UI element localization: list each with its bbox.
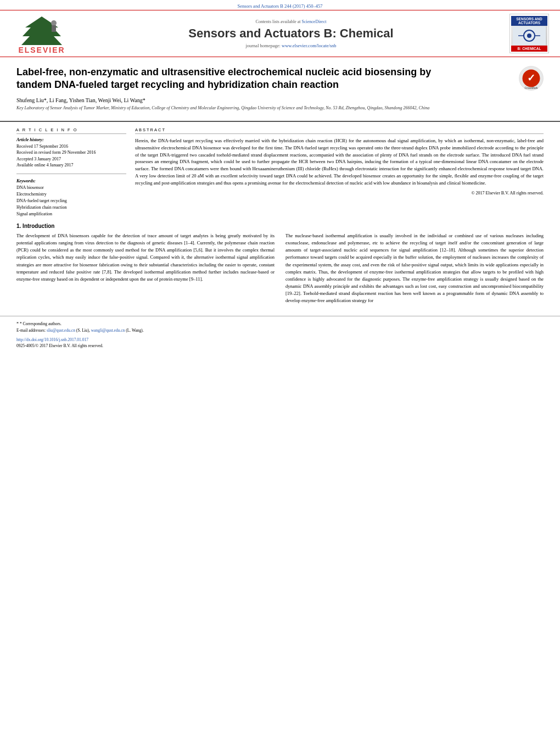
elsevier-logo-area: ELSEVIER: [9, 13, 75, 54]
revised-date: Received in revised form 29 November 201…: [16, 149, 126, 155]
email-liu[interactable]: sliu@qust.edu.cn: [47, 328, 75, 333]
article-title: Label-free, non-enzymatic and ultrasensi…: [16, 66, 467, 92]
sciencedirect-link[interactable]: ScienceDirect: [302, 19, 327, 24]
sensors-logo-bottom: B: CHEMICAL: [511, 46, 547, 52]
intro-two-col: The development of DNA biosensors capabl…: [16, 232, 544, 305]
footer-issn: 0925-4005/© 2017 Elsevier B.V. All right…: [16, 343, 544, 349]
journal-title-area: Contents lists available at ScienceDirec…: [75, 19, 507, 48]
article-header-section: Label-free, non-enzymatic and ultrasensi…: [0, 57, 560, 122]
keyword-5: Signal amplification: [16, 211, 126, 217]
svg-rect-3: [52, 25, 56, 32]
elsevier-tree-image: [14, 13, 69, 46]
footer-emails: E-mail addresses: sliu@qust.edu.cn (S. L…: [16, 327, 544, 333]
journal-header: ELSEVIER Contents lists available at Sci…: [0, 10, 560, 57]
intro-right-text: The nuclease-based isothermal amplificat…: [285, 232, 544, 305]
journal-title: Sensors and Actuators B: Chemical: [80, 26, 502, 41]
citation-text: Sensors and Actuators B 244 (2017) 450–4…: [238, 3, 323, 9]
keyword-4: Hybridization chain reaction: [16, 204, 126, 211]
article-affiliation: Key Laboratory of Sensor Analysis of Tum…: [16, 105, 544, 111]
crossmark-logo: ✓ CrossMark: [519, 66, 544, 91]
history-title: Article history:: [16, 137, 126, 142]
svg-point-6: [527, 34, 531, 38]
sensors-actuators-logo: SENSORS ANDACTUATORS B: CHEMICAL: [509, 14, 549, 53]
footer-doi: http://dx.doi.org/10.1016/j.snb.2017.01.…: [16, 337, 544, 343]
svg-point-2: [51, 20, 57, 26]
abstract-text: Herein, the DNA-fueled target recycling …: [135, 137, 544, 186]
intro-left-col: The development of DNA biosensors capabl…: [16, 232, 275, 305]
contents-label: Contents lists available at ScienceDirec…: [80, 19, 502, 24]
footnote-star-symbol: *: [16, 321, 19, 326]
abstract-label: ABSTRACT: [135, 127, 544, 134]
journal-homepage: journal homepage: www.elsevier.com/locat…: [80, 43, 502, 48]
svg-text:✓: ✓: [527, 72, 535, 83]
sensors-logo-image: [511, 26, 547, 46]
article-info-abstract: A R T I C L E I N F O Article history: R…: [0, 127, 560, 217]
copyright-line: © 2017 Elsevier B.V. All rights reserved…: [135, 191, 544, 196]
article-title-row: Label-free, non-enzymatic and ultrasensi…: [16, 66, 544, 92]
intro-right-col: The nuclease-based isothermal amplificat…: [285, 232, 544, 305]
keywords-block: Keywords: DNA biosensor Electrochemistry…: [16, 178, 126, 217]
email-wang[interactable]: wangli@qust.edu.cn: [91, 328, 125, 333]
footer-star-note: * * Corresponding authors.: [16, 321, 544, 327]
article-history: Article history: Received 17 September 2…: [16, 137, 126, 168]
intro-left-text: The development of DNA biosensors capabl…: [16, 232, 275, 283]
keywords-title: Keywords:: [16, 178, 126, 183]
keyword-2: Electrochemistry: [16, 191, 126, 198]
elsevier-text: ELSEVIER: [18, 46, 65, 54]
available-date: Available online 4 January 2017: [16, 162, 126, 168]
svg-text:CrossMark: CrossMark: [524, 86, 538, 90]
abstract-col: ABSTRACT Herein, the DNA-fueled target r…: [135, 127, 544, 217]
homepage-url[interactable]: www.elsevier.com/locate/snb: [282, 43, 337, 48]
sensors-logo-area: SENSORS ANDACTUATORS B: CHEMICAL: [507, 14, 551, 53]
article-authors: Shufeng Liu*, Li Fang, Yishen Tian, Wenj…: [16, 97, 544, 103]
citation-bar: Sensors and Actuators B 244 (2017) 450–4…: [0, 0, 560, 10]
email-label: E-mail addresses:: [16, 328, 47, 333]
keyword-1: DNA biosensor: [16, 185, 126, 191]
doi-link[interactable]: http://dx.doi.org/10.1016/j.snb.2017.01.…: [16, 337, 88, 342]
elsevier-logo: ELSEVIER: [9, 13, 75, 54]
sensors-logo-top: SENSORS ANDACTUATORS: [511, 16, 547, 26]
article-info-col: A R T I C L E I N F O Article history: R…: [16, 127, 126, 217]
keyword-3: DNA-fueled target recycling: [16, 198, 126, 204]
footer-section: * * Corresponding authors. E-mail addres…: [0, 316, 560, 352]
info-divider: [16, 174, 126, 174]
intro-heading: 1. Introduction: [16, 223, 544, 229]
body-section: 1. Introduction The development of DNA b…: [0, 217, 560, 310]
received-date: Received 17 September 2016: [16, 143, 126, 149]
article-info-label: A R T I C L E I N F O: [16, 127, 126, 134]
accepted-date: Accepted 3 January 2017: [16, 156, 126, 162]
